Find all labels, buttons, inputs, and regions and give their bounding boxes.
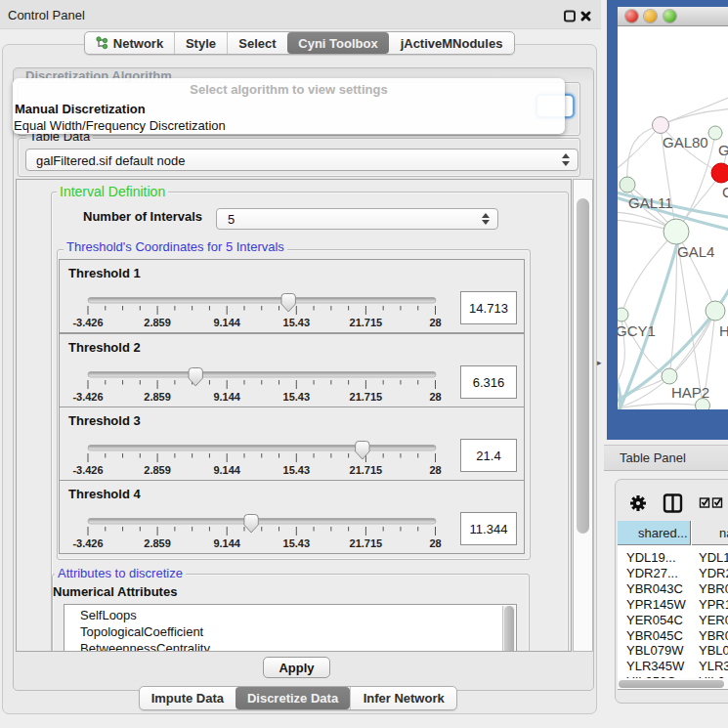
svg-text:2.859: 2.859 — [144, 464, 171, 476]
svg-text:21.715: 21.715 — [350, 464, 383, 476]
svg-text:15.43: 15.43 — [283, 391, 311, 403]
svg-text:HAP2: HAP2 — [671, 384, 709, 401]
svg-text:21.715: 21.715 — [350, 391, 383, 403]
svg-text:21.715: 21.715 — [350, 317, 383, 328]
svg-text:C: C — [722, 184, 728, 200]
svg-text:15.43: 15.43 — [283, 537, 311, 549]
svg-text:-3.426: -3.426 — [72, 537, 103, 549]
svg-text:15.43: 15.43 — [283, 464, 311, 476]
svg-text:2.859: 2.859 — [144, 537, 171, 549]
svg-text:28: 28 — [429, 464, 441, 476]
svg-text:GAL80: GAL80 — [663, 134, 708, 150]
svg-text:GCY1: GCY1 — [618, 322, 656, 339]
svg-text:9.144: 9.144 — [213, 464, 240, 476]
svg-text:-3.426: -3.426 — [72, 464, 103, 476]
svg-text:2.859: 2.859 — [144, 317, 171, 328]
svg-text:GAL11: GAL11 — [628, 194, 673, 211]
svg-text:GA: GA — [718, 142, 728, 158]
svg-text:28: 28 — [429, 537, 441, 549]
svg-text:9.144: 9.144 — [213, 537, 240, 549]
svg-text:GAL4: GAL4 — [677, 243, 714, 260]
svg-text:-3.426: -3.426 — [72, 317, 103, 328]
svg-text:21.715: 21.715 — [350, 537, 383, 549]
svg-text:2.859: 2.859 — [144, 391, 171, 403]
svg-text:-3.426: -3.426 — [72, 391, 103, 403]
svg-text:9.144: 9.144 — [213, 391, 240, 403]
svg-text:28: 28 — [429, 317, 441, 328]
svg-text:H: H — [719, 322, 728, 339]
svg-text:15.43: 15.43 — [283, 317, 311, 328]
svg-text:28: 28 — [429, 391, 441, 403]
svg-text:9.144: 9.144 — [213, 317, 240, 328]
